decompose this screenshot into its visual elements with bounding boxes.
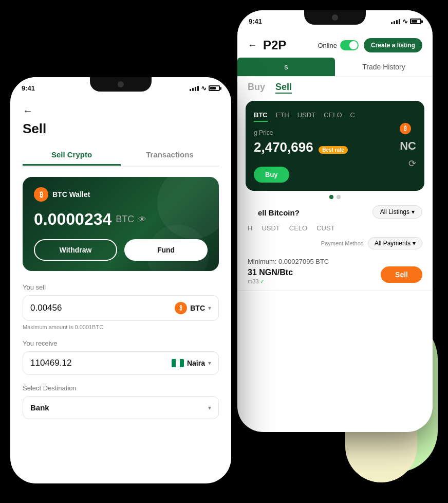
card-dots xyxy=(237,195,433,199)
tab-sell-crypto[interactable]: Sell Crypto xyxy=(23,145,121,166)
you-sell-section: You sell 0.00456 ₿ BTC ▾ Maximum amount … xyxy=(23,283,219,330)
back-notch-area: 9:41 ∿ xyxy=(237,10,433,33)
back-status-icons: ∿ xyxy=(391,17,421,25)
coin-tab-btc[interactable]: BTC xyxy=(254,109,268,122)
payment-dropdown-arrow: ▾ xyxy=(413,240,416,247)
sell-amount-input-row[interactable]: 0.00456 ₿ BTC ▾ xyxy=(23,295,219,321)
front-phone-content: ← Sell Sell Crypto Transactions ₿ xyxy=(10,100,231,483)
buy-tab[interactable]: Buy xyxy=(248,82,265,94)
buy-sell-row: Buy Sell xyxy=(237,79,433,97)
coin-icon-right: ₿ xyxy=(400,123,411,134)
sell-currency-selector[interactable]: ₿ BTC ▾ xyxy=(175,302,211,314)
back-signal-icon xyxy=(391,19,400,24)
eye-icon[interactable]: 👁 xyxy=(138,215,146,224)
dot-1 xyxy=(329,195,333,199)
tab-p2p-active[interactable]: s xyxy=(237,58,335,76)
refresh-icon[interactable]: ⟳ xyxy=(400,158,416,169)
back-phone-tabs: s Trade History xyxy=(237,58,433,77)
payment-method-label: Payment Method xyxy=(321,240,364,246)
price-value-row: 2,470,696 Best rate xyxy=(254,139,348,155)
card-right: ₿ NC ⟳ xyxy=(400,123,416,169)
phone-back-p2p: 9:41 ∿ ← P2P xyxy=(237,10,433,432)
receive-amount-value: 110469.12 xyxy=(30,358,172,368)
front-wifi-icon: ∿ xyxy=(201,84,207,92)
coin-tab-c[interactable]: C xyxy=(350,109,355,122)
tab-trade-history[interactable]: Trade History xyxy=(335,58,433,76)
all-payments-label: All Payments xyxy=(375,240,410,247)
online-label: Online xyxy=(318,42,337,49)
coin-tab-usdt[interactable]: USDT xyxy=(297,109,315,122)
receive-amount-input-row[interactable]: 110469.12 Naira ▾ xyxy=(23,351,219,375)
sell-amount-value: 0.00456 xyxy=(30,303,175,313)
naira-flag-icon xyxy=(172,359,184,367)
dropdown-arrow: ▾ xyxy=(412,208,415,215)
listing-min: Minimum: 0.00027095 BTC xyxy=(248,258,329,265)
destination-value: Bank xyxy=(30,403,49,412)
all-listings-label: All Listings xyxy=(380,208,409,215)
payment-method-row: Payment Method All Payments ▾ xyxy=(237,235,433,252)
toggle-knob xyxy=(349,41,358,49)
back-status-bar: 9:41 ∿ xyxy=(237,17,433,25)
you-receive-section: You receive 110469.12 Naira ▾ xyxy=(23,339,219,375)
all-payments-dropdown[interactable]: All Payments ▾ xyxy=(368,237,422,249)
price-left: g Price 2,470,696 Best rate Buy xyxy=(254,129,348,183)
price-number: 2,470,696 xyxy=(254,139,313,155)
front-page-title: Sell xyxy=(23,121,219,137)
receive-currency-selector[interactable]: Naira ▾ xyxy=(172,359,211,367)
create-listing-button[interactable]: Create a listing xyxy=(364,38,422,52)
withdraw-button[interactable]: Withdraw xyxy=(34,239,117,261)
receive-currency-chevron: ▾ xyxy=(208,360,211,367)
best-rate-badge: Best rate xyxy=(319,146,348,154)
buy-button-card[interactable]: Buy xyxy=(254,167,289,183)
toggle-switch[interactable] xyxy=(340,40,359,50)
verified-icon: ✓ xyxy=(260,278,265,284)
front-signal-icon xyxy=(190,86,199,91)
sell-tab[interactable]: Sell xyxy=(275,82,292,94)
destination-chevron: ▾ xyxy=(208,404,211,411)
coin-tab-eth[interactable]: ETH xyxy=(276,109,289,122)
listing-price-text: Minimum: 0.00027095 BTC xyxy=(248,257,422,266)
front-tabs: Sell Crypto Transactions xyxy=(23,145,219,167)
listings-title: ell Bitcoin? xyxy=(248,204,310,219)
max-amount-note: Maximum amount is 0.0001BTC xyxy=(23,324,219,330)
filter-coin-h[interactable]: H xyxy=(248,224,252,232)
coin-tabs: BTC ETH USDT CELO C xyxy=(254,109,416,122)
no-listings-text: NC xyxy=(400,134,416,158)
back-battery-icon xyxy=(410,19,421,24)
dot-2 xyxy=(337,195,341,199)
sell-button-listing[interactable]: Sell xyxy=(381,266,422,283)
front-status-bar: 9:41 ∿ xyxy=(10,84,231,92)
wallet-name: BTC Wallet xyxy=(52,190,90,199)
listing-item: Minimum: 0.00027095 BTC 31 NGN/Btc m33 ✓… xyxy=(237,252,433,291)
listings-header-row: ell Bitcoin? All Listings ▾ xyxy=(237,202,433,221)
destination-dropdown[interactable]: Bank ▾ xyxy=(23,396,219,419)
front-notch-area: 9:41 ∿ xyxy=(10,77,231,100)
wallet-balance: 0.0000234 xyxy=(34,210,111,229)
back-wifi-icon: ∿ xyxy=(402,17,408,25)
price-label: g Price xyxy=(254,129,348,136)
front-status-icons: ∿ xyxy=(190,84,220,92)
listings-title-text: ell Bitcoin? xyxy=(258,208,300,217)
filter-coin-celo[interactable]: CELO xyxy=(289,224,307,232)
front-battery-icon xyxy=(209,85,220,91)
price-card: BTC ETH USDT CELO C g Price 2,470,696 Be… xyxy=(246,101,424,191)
filter-coin-cust[interactable]: CUST xyxy=(316,224,334,232)
back-arrow[interactable]: ← xyxy=(248,40,257,51)
coin-tab-celo[interactable]: CELO xyxy=(324,109,342,122)
online-toggle-container[interactable]: Online xyxy=(318,40,359,50)
filter-coin-usdt[interactable]: USDT xyxy=(262,224,279,232)
you-receive-label: You receive xyxy=(23,339,219,347)
tab-transactions[interactable]: Transactions xyxy=(121,145,219,166)
back-phone-header: ← P2P Online Create a listing xyxy=(237,33,433,56)
coin-filter-row: H USDT CELO CUST xyxy=(237,221,433,235)
listing-ngn-rate: 31 NGN/Btc xyxy=(248,268,293,277)
back-status-time: 9:41 xyxy=(249,17,262,25)
front-back-arrow[interactable]: ← xyxy=(23,105,219,117)
you-sell-label: You sell xyxy=(23,283,219,291)
back-header-actions: Online Create a listing xyxy=(318,38,422,52)
seller-info: m33 ✓ xyxy=(248,278,293,285)
receive-currency-name: Naira xyxy=(187,359,205,367)
all-listings-dropdown[interactable]: All Listings ▾ xyxy=(372,205,422,219)
seller-name: m33 xyxy=(248,278,258,284)
back-page-title: P2P xyxy=(263,38,286,52)
